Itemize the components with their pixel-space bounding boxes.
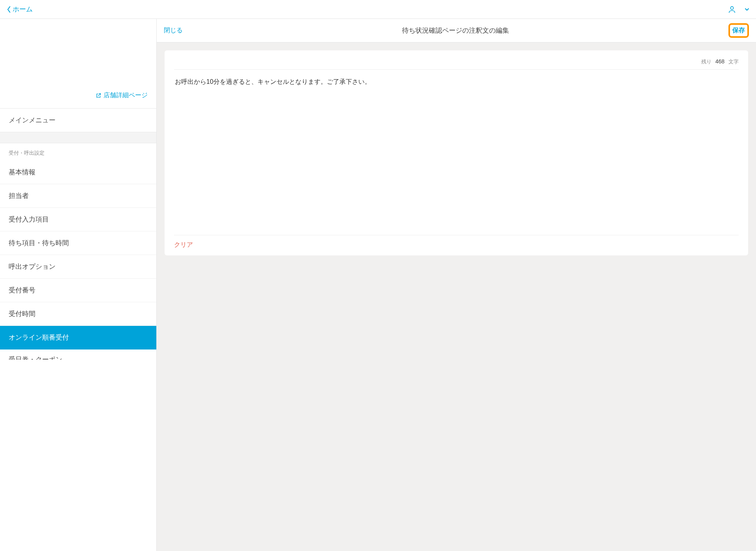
- sidebar-item-label: 基本情報: [9, 168, 35, 176]
- sidebar-item-label: 受付入力項目: [9, 216, 49, 223]
- sidebar-item-reception-fields[interactable]: 受付入力項目: [0, 208, 156, 231]
- back-home-link[interactable]: ホーム: [6, 5, 33, 14]
- sidebar-item-label: 待ち項目・待ち時間: [9, 239, 69, 247]
- svg-point-0: [730, 6, 733, 9]
- main-content: 閉じる 待ち状況確認ページの注釈文の編集 保存 残り 468 文字 お呼出から1…: [157, 19, 756, 551]
- save-button[interactable]: 保存: [732, 27, 745, 33]
- sidebar-item-label: 受付番号: [9, 287, 35, 294]
- main-menu-label: メインメニュー: [9, 116, 56, 124]
- sidebar-item-label: 担当者: [9, 192, 29, 200]
- sidebar-item-label: 受付時間: [9, 310, 35, 318]
- editor-card: 残り 468 文字 お呼出から10分を過ぎると、キャンセルとなります。ご了承下さ…: [165, 50, 748, 255]
- sidebar-item-wait-items[interactable]: 待ち項目・待ち時間: [0, 231, 156, 255]
- chevron-left-icon: [6, 6, 11, 13]
- sidebar-item-staff[interactable]: 担当者: [0, 184, 156, 208]
- annotation-textarea[interactable]: お呼出から10分を過ぎると、キャンセルとなります。ご了承下さい。: [174, 70, 739, 235]
- user-icon[interactable]: [728, 5, 736, 14]
- sidebar-item-next-partial[interactable]: 受日券・クーポン: [0, 349, 156, 360]
- close-button[interactable]: 閉じる: [164, 26, 183, 35]
- page-title: 待ち状況確認ページの注釈文の編集: [183, 26, 728, 35]
- chevron-down-icon[interactable]: [744, 7, 750, 12]
- sidebar-item-basic-info[interactable]: 基本情報: [0, 161, 156, 184]
- clear-button[interactable]: クリア: [174, 241, 193, 249]
- external-link-icon: [96, 93, 101, 98]
- content-header: 閉じる 待ち状況確認ページの注釈文の編集 保存: [157, 19, 756, 43]
- store-detail-link[interactable]: 店舗詳細ページ: [9, 91, 148, 100]
- back-home-label: ホーム: [13, 5, 33, 14]
- store-detail-link-label: 店舗詳細ページ: [104, 91, 148, 100]
- remaining-label: 残り: [701, 58, 712, 65]
- sidebar-item-reception-hours[interactable]: 受付時間: [0, 302, 156, 326]
- editor-footer: クリア: [174, 235, 739, 249]
- remaining-count: 468: [715, 58, 724, 65]
- sidebar-item-call-options[interactable]: 呼出オプション: [0, 255, 156, 279]
- top-header: ホーム: [0, 0, 756, 19]
- section-spacer: [0, 132, 156, 143]
- main-menu-item[interactable]: メインメニュー: [0, 109, 156, 132]
- sidebar: 店舗詳細ページ メインメニュー 受付・呼出設定 基本情報 担当者 受付入力項目 …: [0, 19, 157, 551]
- sidebar-item-label: オンライン順番受付: [9, 334, 69, 341]
- sidebar-item-reception-number[interactable]: 受付番号: [0, 279, 156, 302]
- char-counter: 残り 468 文字: [174, 57, 739, 70]
- section-label: 受付・呼出設定: [0, 143, 156, 161]
- sidebar-item-label: 受日券・クーポン: [9, 356, 62, 360]
- sidebar-item-label: 呼出オプション: [9, 263, 56, 270]
- remaining-unit: 文字: [728, 58, 739, 65]
- sidebar-item-online-queue[interactable]: オンライン順番受付: [0, 326, 156, 349]
- store-block: 店舗詳細ページ: [0, 19, 156, 109]
- content-body: 残り 468 文字 お呼出から10分を過ぎると、キャンセルとなります。ご了承下さ…: [157, 43, 756, 551]
- save-button-highlight: 保存: [728, 23, 749, 38]
- header-right: [728, 5, 750, 14]
